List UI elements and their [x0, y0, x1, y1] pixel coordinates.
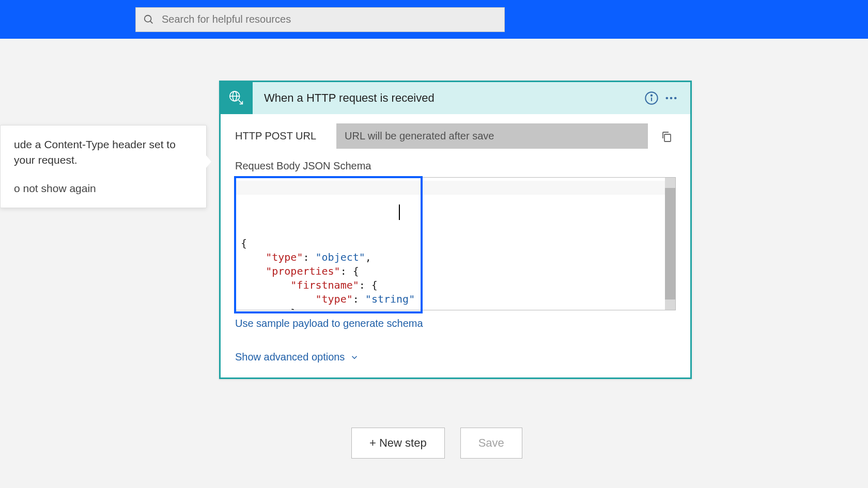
advanced-options-toggle[interactable]: Show advanced options — [235, 351, 359, 363]
search-icon — [143, 14, 154, 25]
svg-point-7 — [651, 95, 652, 96]
svg-point-0 — [145, 15, 151, 22]
top-bar — [0, 0, 868, 39]
more-menu-icon[interactable] — [661, 88, 681, 108]
svg-point-10 — [674, 97, 677, 100]
new-step-button[interactable]: + New step — [351, 428, 445, 459]
schema-label: Request Body JSON Schema — [235, 160, 676, 172]
schema-textarea[interactable]: { "type": "object", "properties": { "fir… — [236, 178, 665, 310]
url-label: HTTP POST URL — [235, 130, 327, 142]
tooltip-line1: ude a Content-Type header set to — [14, 137, 193, 152]
schema-editor[interactable]: { "type": "object", "properties": { "fir… — [235, 177, 676, 310]
schema-scrollbar[interactable] — [665, 178, 675, 310]
sample-payload-link[interactable]: Use sample payload to generate schema — [235, 318, 423, 329]
chevron-down-icon — [350, 353, 359, 362]
trigger-card: When a HTTP request is received HTTP POS… — [219, 81, 692, 379]
info-icon[interactable] — [642, 88, 661, 108]
tooltip-dismiss[interactable]: o not show again — [14, 181, 193, 196]
advanced-options-label: Show advanced options — [235, 351, 345, 363]
url-field: URL will be generated after save — [336, 123, 648, 149]
footer-actions: + New step Save — [351, 428, 522, 459]
svg-point-9 — [670, 97, 673, 100]
svg-line-1 — [150, 21, 153, 23]
save-button: Save — [460, 428, 522, 459]
search-input[interactable] — [162, 13, 497, 25]
card-header[interactable]: When a HTTP request is received — [221, 82, 690, 114]
copy-url-icon[interactable] — [657, 127, 676, 146]
svg-point-8 — [666, 97, 669, 100]
hint-tooltip: ude a Content-Type header set to your re… — [0, 125, 207, 208]
svg-rect-11 — [664, 134, 671, 141]
http-trigger-icon — [221, 82, 253, 114]
search-box[interactable] — [135, 7, 505, 32]
url-row: HTTP POST URL URL will be generated afte… — [235, 123, 676, 149]
card-body: HTTP POST URL URL will be generated afte… — [221, 114, 690, 377]
card-title: When a HTTP request is received — [264, 91, 642, 105]
tooltip-line2: your request. — [14, 152, 193, 168]
